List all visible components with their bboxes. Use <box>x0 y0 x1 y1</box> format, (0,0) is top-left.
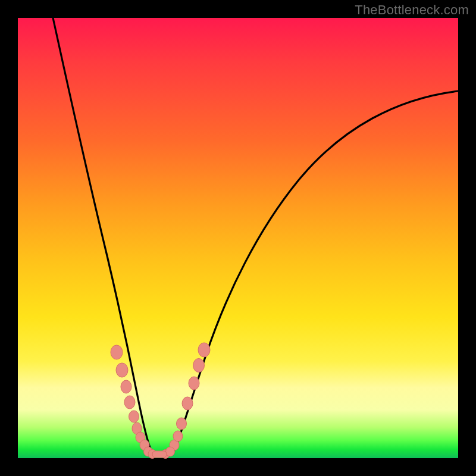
svg-point-9 <box>173 431 183 441</box>
svg-rect-19 <box>152 451 167 458</box>
svg-point-18 <box>166 447 175 456</box>
markers-valley <box>144 447 175 459</box>
plot-area <box>18 18 458 458</box>
svg-point-2 <box>121 380 131 393</box>
chart-frame: TheBottleneck.com <box>0 0 476 476</box>
watermark-text: TheBottleneck.com <box>355 2 469 18</box>
svg-point-12 <box>189 377 199 390</box>
svg-point-1 <box>116 363 128 377</box>
chart-svg <box>18 18 458 458</box>
svg-point-10 <box>177 418 187 430</box>
svg-point-11 <box>182 397 193 410</box>
svg-point-4 <box>129 411 139 422</box>
svg-point-3 <box>124 396 135 409</box>
bottleneck-curve <box>53 18 458 455</box>
svg-point-13 <box>193 359 205 372</box>
svg-point-14 <box>198 343 210 357</box>
svg-point-0 <box>111 345 123 359</box>
